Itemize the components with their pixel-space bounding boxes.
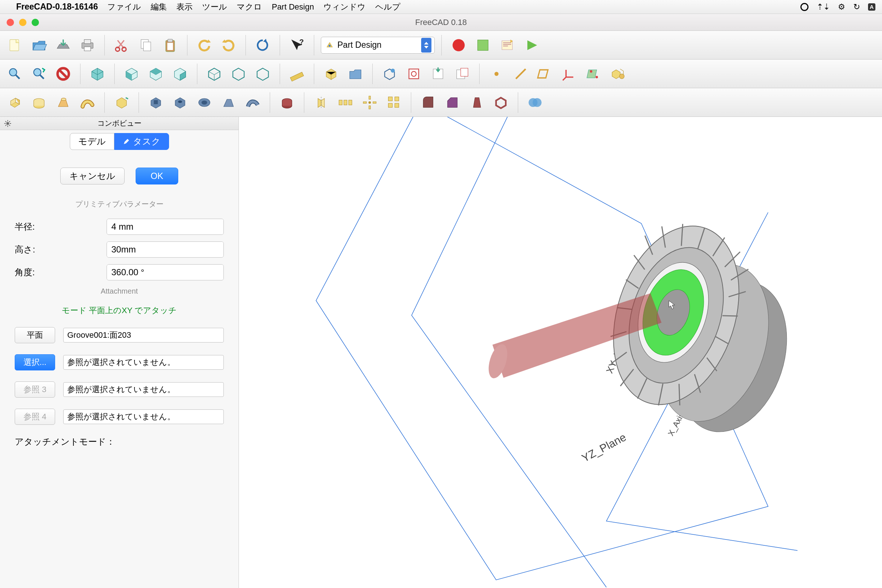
thickness-icon[interactable] [490, 92, 511, 113]
map-sketch-icon[interactable] [452, 64, 472, 84]
undo-icon[interactable] [194, 35, 214, 56]
ref4-button[interactable]: 参照 4 [15, 409, 55, 425]
fit-selection-icon[interactable] [28, 64, 49, 84]
redo-icon[interactable] [218, 35, 239, 56]
ref-plane-value[interactable] [63, 328, 224, 342]
ref3-value[interactable] [63, 382, 224, 397]
isometric-icon[interactable] [87, 64, 108, 84]
print-icon[interactable] [77, 35, 98, 56]
draft-icon[interactable] [466, 92, 487, 113]
loft-additive-icon[interactable] [53, 92, 74, 113]
svg-rect-46 [395, 97, 399, 101]
tray-icon-clock[interactable]: ↻ [854, 2, 860, 12]
menu-partdesign[interactable]: Part Design [272, 2, 314, 12]
subtractive-primitive-icon[interactable] [277, 92, 297, 113]
view-rear-icon[interactable] [204, 64, 225, 84]
datum-point-icon[interactable] [486, 64, 507, 84]
3d-viewport[interactable]: XY_Plane YZ_Plane X_Axis Y_Axis [239, 117, 882, 588]
svg-point-31 [62, 98, 66, 100]
shapebinder-icon[interactable] [583, 64, 604, 84]
refresh-icon[interactable] [252, 35, 273, 56]
workbench-selector[interactable]: Part Design [321, 37, 435, 54]
panel-gear-icon[interactable] [4, 119, 12, 128]
linear-pattern-icon[interactable] [335, 92, 356, 113]
sweep-subtractive-icon[interactable] [243, 92, 263, 113]
stop-macro-icon[interactable] [472, 35, 493, 56]
tray-icon-gear[interactable]: ⚙ [838, 2, 845, 12]
chamfer-icon[interactable] [442, 92, 463, 113]
group-icon[interactable] [345, 64, 366, 84]
minimize-window-button[interactable] [19, 19, 27, 26]
view-left-icon[interactable] [252, 64, 273, 84]
save-file-icon[interactable] [53, 35, 74, 56]
ref-plane-button[interactable]: 平面 [15, 327, 55, 343]
primitive-section-header: プリミティブパラメーター [15, 199, 224, 209]
copy-icon[interactable] [136, 35, 156, 56]
view-right-icon[interactable] [170, 64, 190, 84]
close-window-button[interactable] [7, 19, 14, 26]
ref-select-button[interactable]: 選択... [15, 354, 55, 370]
whats-this-icon[interactable]: ? [286, 35, 307, 56]
cut-icon[interactable] [111, 35, 132, 56]
sweep-additive-icon[interactable] [77, 92, 98, 113]
pocket-icon[interactable] [146, 92, 166, 113]
ok-button[interactable]: OK [136, 168, 178, 184]
zoom-window-button[interactable] [32, 19, 39, 26]
view-top-icon[interactable] [146, 64, 166, 84]
pad-icon[interactable] [4, 92, 25, 113]
create-body-icon[interactable] [379, 64, 400, 84]
open-file-icon[interactable] [28, 35, 49, 56]
angle-field[interactable] [107, 265, 224, 280]
additive-primitive-icon[interactable] [111, 92, 132, 113]
part-box-icon[interactable] [321, 64, 341, 84]
menu-view[interactable]: 表示 [176, 2, 193, 12]
menu-file[interactable]: ファイル [107, 2, 141, 12]
draw-style-icon[interactable] [53, 64, 74, 84]
menu-edit[interactable]: 編集 [151, 2, 167, 12]
revolution-icon[interactable] [28, 92, 49, 113]
tray-icon-a[interactable]: A [868, 3, 875, 10]
clone-icon[interactable] [608, 64, 628, 84]
datum-plane-icon[interactable] [535, 64, 555, 84]
menu-macro[interactable]: マクロ [237, 2, 262, 12]
menu-tools[interactable]: ツール [202, 2, 227, 12]
view-front-icon[interactable] [121, 64, 142, 84]
measure-icon[interactable] [286, 64, 307, 84]
ref4-value[interactable] [63, 410, 224, 424]
height-input[interactable]: ▲▼ [106, 242, 224, 258]
angle-input[interactable]: ▲▼ [106, 264, 224, 280]
radius-input[interactable]: ▲▼ [106, 219, 224, 235]
record-macro-icon[interactable] [448, 35, 469, 56]
dropbox-icon[interactable]: ⇡⇣ [817, 2, 830, 12]
fillet-icon[interactable] [418, 92, 438, 113]
multitransform-icon[interactable] [384, 92, 404, 113]
boolean-icon[interactable] [525, 92, 545, 113]
create-sketch-icon[interactable] [404, 64, 424, 84]
fit-all-icon[interactable] [4, 64, 25, 84]
datum-cs-icon[interactable] [559, 64, 579, 84]
ref3-button[interactable]: 参照 3 [15, 381, 55, 398]
tab-model[interactable]: モデル [70, 133, 114, 150]
loft-subtractive-icon[interactable] [218, 92, 239, 113]
cancel-button[interactable]: キャンセル [60, 168, 124, 184]
menu-help[interactable]: ヘルプ [375, 2, 400, 12]
radius-field[interactable] [107, 219, 224, 234]
new-file-icon[interactable] [4, 35, 25, 56]
paste-icon[interactable] [160, 35, 180, 56]
hole-icon[interactable] [170, 92, 190, 113]
svg-rect-43 [369, 105, 370, 109]
macros-icon[interactable] [497, 35, 518, 56]
polar-pattern-icon[interactable] [359, 92, 380, 113]
view-bottom-icon[interactable] [228, 64, 249, 84]
groove-icon[interactable] [194, 92, 214, 113]
execute-macro-icon[interactable] [521, 35, 542, 56]
tab-task[interactable]: タスク [114, 133, 169, 150]
app-name[interactable]: FreeCAD-0.18-16146 [16, 2, 98, 12]
mirror-icon[interactable] [311, 92, 332, 113]
height-field[interactable] [107, 242, 224, 257]
edit-sketch-icon[interactable] [428, 64, 448, 84]
tray-icon-1[interactable] [800, 3, 808, 11]
menu-window[interactable]: ウィンドウ [323, 2, 366, 12]
datum-line-icon[interactable] [510, 64, 531, 84]
ref-select-value[interactable] [63, 355, 224, 370]
